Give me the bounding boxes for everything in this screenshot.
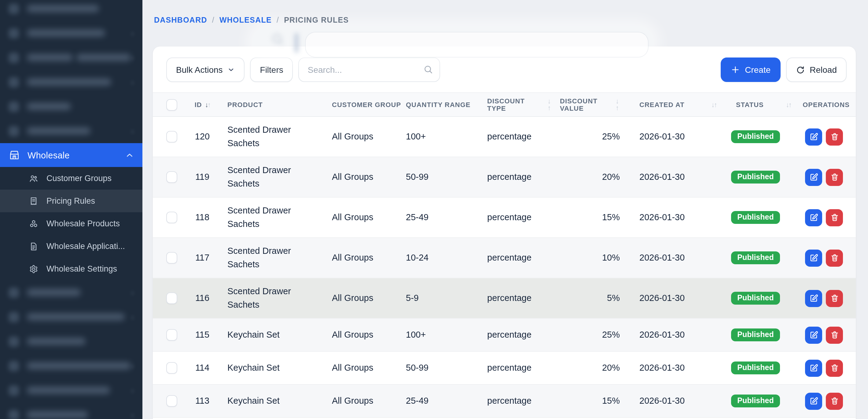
table-row[interactable]: 114 Keychain Set All Groups 50-99 percen…: [153, 352, 856, 385]
sidebar-item-wholesale[interactable]: Wholesale: [0, 143, 143, 167]
table-row[interactable]: 117 Scented Drawer Sachets All Groups 10…: [153, 238, 856, 278]
row-checkbox[interactable]: [166, 395, 177, 407]
cell-id: 115: [181, 328, 224, 341]
chevron-right-icon: ›: [131, 312, 134, 322]
edit-button[interactable]: [805, 392, 822, 410]
row-checkbox[interactable]: [166, 362, 177, 374]
sidebar-item-blurred[interactable]: ›: [0, 70, 143, 94]
pricing-rules-table: ID ↓↑ PRODUCT CUSTOMER GROUP QUANTITY RA…: [153, 92, 856, 419]
sidebar-item-blurred[interactable]: [0, 94, 143, 119]
column-header-created-at[interactable]: CREATED AT ↓↑: [621, 101, 719, 108]
column-header-id[interactable]: ID ↓↑: [181, 101, 224, 108]
cell-product: Keychain Set: [224, 328, 331, 341]
edit-button[interactable]: [805, 359, 822, 377]
cell-id: 120: [181, 130, 224, 143]
sidebar-blurred-bottom: ›››››: [0, 280, 143, 419]
table-row[interactable]: 115 Keychain Set All Groups 100+ percent…: [153, 319, 856, 352]
table-row[interactable]: 116 Scented Drawer Sachets All Groups 5-…: [153, 278, 856, 319]
row-checkbox[interactable]: [166, 329, 177, 341]
edit-button[interactable]: [805, 209, 822, 226]
delete-button[interactable]: [826, 128, 843, 145]
delete-button[interactable]: [826, 359, 843, 377]
sort-icon[interactable]: ↓↑: [205, 101, 210, 108]
cell-discount-value: 15%: [560, 211, 621, 224]
sidebar-item-label: Wholesale Settings: [46, 264, 117, 273]
sidebar-item-wholesale-settings[interactable]: Wholesale Settings: [0, 258, 143, 280]
boxes-icon: [29, 219, 38, 229]
delete-button[interactable]: [826, 209, 843, 226]
status-badge: Published: [731, 395, 780, 408]
sidebar-item-blurred[interactable]: ›: [0, 354, 143, 378]
sidebar-item-blurred[interactable]: [0, 0, 143, 21]
row-checkbox[interactable]: [166, 131, 177, 143]
bulk-actions-button[interactable]: Bulk Actions: [166, 58, 245, 82]
sort-icon[interactable]: ↓↑: [616, 98, 620, 111]
table-row[interactable]: 119 Scented Drawer Sachets All Groups 50…: [153, 157, 856, 198]
edit-button[interactable]: [805, 249, 822, 266]
table-row[interactable]: 120 Scented Drawer Sachets All Groups 10…: [153, 117, 856, 157]
sidebar-item-blurred[interactable]: ›: [0, 280, 143, 305]
edit-button[interactable]: [805, 169, 822, 186]
row-checkbox[interactable]: [166, 252, 177, 264]
sidebar-item-customer-groups[interactable]: Customer Groups: [0, 167, 143, 190]
column-header-discount-value[interactable]: DISCOUNT VALUE ↓↑: [560, 97, 621, 112]
sidebar-item-blurred[interactable]: ›: [0, 378, 143, 402]
delete-button[interactable]: [826, 249, 843, 266]
select-all-checkbox[interactable]: [166, 99, 177, 111]
sort-icon[interactable]: ↓↑: [548, 98, 553, 111]
cell-id: 119: [181, 171, 224, 183]
sidebar-item-pricing-rules[interactable]: Pricing Rules: [0, 190, 143, 212]
sidebar-item-blurred[interactable]: ›: [0, 21, 143, 45]
cell-quantity-range: 10-24: [404, 251, 487, 264]
cell-discount-value: 5%: [560, 292, 621, 305]
row-checkbox[interactable]: [166, 292, 177, 304]
delete-button[interactable]: [826, 290, 843, 307]
chevron-down-icon: [228, 66, 235, 73]
sidebar-item-blurred[interactable]: ›: [0, 402, 143, 419]
table-row[interactable]: 118 Scented Drawer Sachets All Groups 25…: [153, 198, 856, 238]
breadcrumb-wholesale[interactable]: WHOLESALE: [219, 16, 272, 25]
blurred-icon: [8, 385, 19, 395]
sort-icon[interactable]: ↓↑: [786, 101, 791, 108]
sidebar-item-wholesale-applications[interactable]: Wholesale Applicati...: [0, 235, 143, 258]
delete-button[interactable]: [826, 169, 843, 186]
delete-button[interactable]: [826, 392, 843, 410]
sidebar-item-label: Wholesale Applicati...: [46, 242, 125, 251]
column-header-product: PRODUCT: [224, 101, 331, 108]
sidebar-item-blurred[interactable]: ›: [0, 119, 143, 143]
edit-button[interactable]: [805, 128, 822, 145]
table-row[interactable]: 113 Keychain Set All Groups 25-49 percen…: [153, 385, 856, 418]
edit-button[interactable]: [805, 290, 822, 307]
cell-customer-group: All Groups: [331, 328, 404, 341]
filters-button[interactable]: Filters: [250, 58, 293, 82]
cell-discount-value: 20%: [560, 171, 621, 183]
table-row[interactable]: 112 Keychain Set All Groups 10-24 percen…: [153, 418, 856, 419]
main-content: DASHBOARD / WHOLESALE / PRICING RULES Bu…: [143, 0, 868, 419]
blurred-icon: [8, 361, 19, 371]
row-checkbox[interactable]: [166, 171, 177, 183]
chevron-right-icon: ›: [131, 385, 134, 395]
filters-label: Filters: [260, 65, 283, 74]
cell-created-at: 2026-01-30: [621, 171, 719, 183]
delete-button[interactable]: [826, 326, 843, 343]
row-checkbox[interactable]: [166, 212, 177, 223]
sort-icon[interactable]: ↓↑: [711, 101, 716, 108]
column-header-status[interactable]: STATUS ↓↑: [719, 101, 792, 108]
column-header-discount-type[interactable]: DISCOUNT TYPE ↓↑: [487, 97, 560, 112]
edit-button[interactable]: [805, 326, 822, 343]
create-button[interactable]: Create: [720, 58, 780, 82]
cell-customer-group: All Groups: [331, 361, 404, 375]
cell-discount-type: percentage: [487, 130, 560, 143]
cell-discount-type: percentage: [487, 394, 560, 408]
blurred-icon: [8, 28, 19, 38]
sidebar-item-blurred[interactable]: ›: [0, 305, 143, 329]
search-input[interactable]: [299, 58, 440, 82]
breadcrumb-dashboard[interactable]: DASHBOARD: [154, 16, 207, 25]
bulk-actions-label: Bulk Actions: [176, 65, 223, 74]
sidebar-item-blurred[interactable]: ›: [0, 45, 143, 70]
sidebar-item-blurred[interactable]: [0, 329, 143, 354]
reload-button[interactable]: Reload: [786, 58, 847, 82]
chevron-right-icon: ›: [131, 28, 134, 38]
sidebar-item-wholesale-products[interactable]: Wholesale Products: [0, 212, 143, 235]
cell-product: Scented Drawer Sachets: [224, 286, 331, 311]
